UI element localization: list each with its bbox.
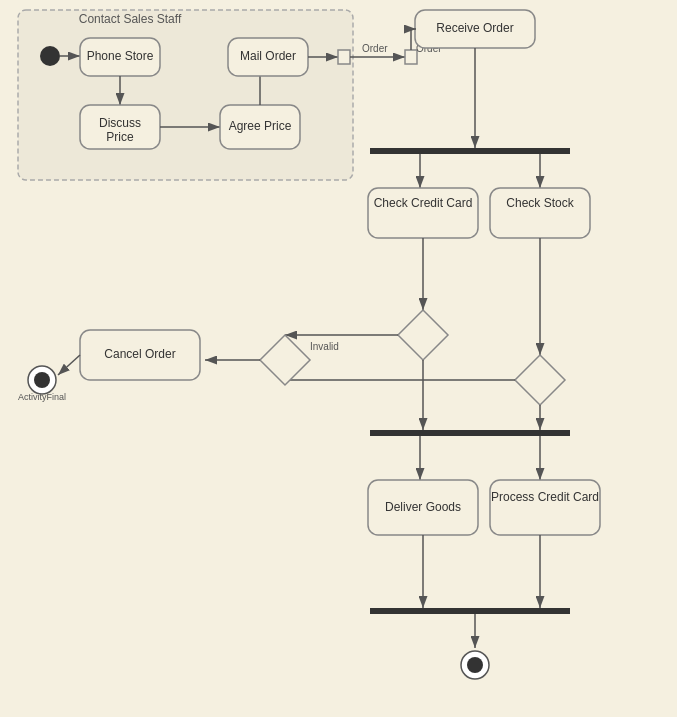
phone-store-label: Phone Store	[87, 49, 154, 63]
diamond-1	[398, 310, 448, 360]
fork-square-1	[338, 50, 350, 64]
activity-diagram: Contact Sales Staff Phone Store Discuss …	[0, 0, 677, 717]
sync-bar-1	[370, 148, 570, 154]
activity-final-inner	[34, 372, 50, 388]
sync-bar-3	[370, 608, 570, 614]
end-final-inner	[467, 657, 483, 673]
process-credit-card-label: Process Credit Card	[491, 490, 599, 504]
swimlane-contact-sales	[18, 10, 353, 180]
invalid-label: Invalid	[310, 341, 339, 352]
check-stock-label: Check Stock	[506, 196, 574, 210]
diamond-2	[515, 355, 565, 405]
activity-final-label: ActivityFinal	[18, 392, 66, 402]
diamond-cancel	[260, 335, 310, 385]
agree-price-label: Agree Price	[229, 119, 292, 133]
sync-bar-2	[370, 430, 570, 436]
discuss-price-label2: Price	[106, 130, 134, 144]
receive-order-label: Receive Order	[436, 21, 513, 35]
process-credit-card-node	[490, 480, 600, 535]
mail-order-label: Mail Order	[240, 49, 296, 63]
arrow-cancel-final	[58, 355, 80, 375]
check-credit-card-label: Check Credit Card	[374, 196, 473, 210]
discuss-price-label: Discuss	[99, 116, 141, 130]
deliver-goods-label: Deliver Goods	[385, 500, 461, 514]
order-label-1: Order	[362, 43, 388, 54]
initial-node	[40, 46, 60, 66]
cancel-order-label: Cancel Order	[104, 347, 175, 361]
swimlane-label: Contact Sales Staff	[79, 12, 182, 26]
